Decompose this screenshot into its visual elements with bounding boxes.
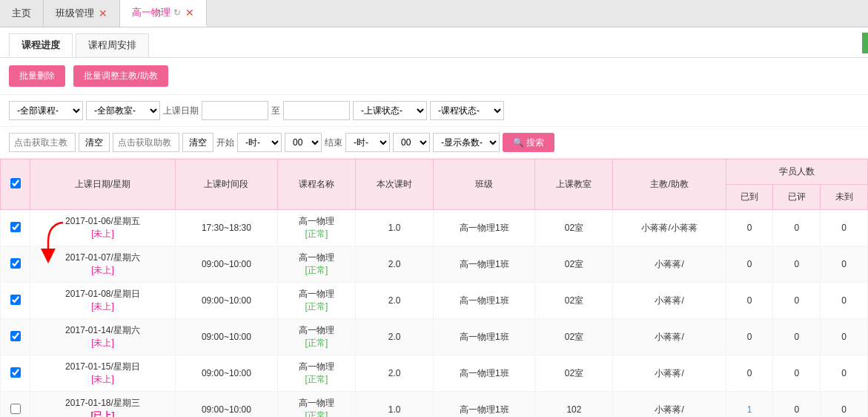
main-teacher-clear-button[interactable]: 清空 xyxy=(79,133,110,152)
row-arrived: 0 xyxy=(726,246,773,283)
course-name-text: 高一物理 xyxy=(282,252,351,264)
course-status-filter[interactable]: -课程状态- xyxy=(430,101,504,120)
tab-physics-refresh[interactable]: ↻ xyxy=(173,7,181,18)
row-date: 2017-01-18/星期三[已上] xyxy=(30,392,176,418)
row-reviewed: 0 xyxy=(773,355,821,392)
tab-home[interactable]: 主页 xyxy=(0,0,44,27)
row-not-arrived: 0 xyxy=(821,319,868,355)
row-select-checkbox[interactable] xyxy=(10,331,21,341)
row-hours: 1.0 xyxy=(356,392,434,418)
row-time: 17:30~18:30 xyxy=(175,210,277,246)
row-select-checkbox[interactable] xyxy=(10,258,21,269)
table-row: 2017-01-07/星期六[未上]09:00~10:00高一物理[正常]2.0… xyxy=(1,246,868,283)
start-hour-select[interactable]: -时- xyxy=(237,133,282,152)
tab-physics[interactable]: 高一物理 ↻ ✕ xyxy=(120,0,207,27)
date-value: 2017-01-08/星期日 xyxy=(35,288,170,301)
end-label: 结束 xyxy=(325,137,342,149)
assistant-clear-button[interactable]: 清空 xyxy=(182,133,213,152)
table-row: 2017-01-15/星期日[未上]09:00~10:00高一物理[正常]2.0… xyxy=(1,355,868,392)
row-status: [未上] xyxy=(35,337,170,349)
sub-tab-weekly[interactable]: 课程周安排 xyxy=(76,33,149,57)
start-min-select[interactable]: 00153045 xyxy=(285,133,322,152)
course-status: [正常] xyxy=(282,228,351,240)
table-row: 2017-01-06/星期五[未上]17:30~18:30高一物理[正常]1.0… xyxy=(1,210,868,246)
row-reviewed: 0 xyxy=(773,392,821,418)
row-select-checkbox[interactable] xyxy=(10,404,21,414)
row-checkbox-cell xyxy=(1,246,30,283)
date-value: 2017-01-06/星期五 xyxy=(35,215,170,228)
tab-class-manage-close[interactable]: ✕ xyxy=(99,7,107,19)
end-hour-select[interactable]: -时- xyxy=(345,133,390,152)
date-value: 2017-01-14/星期六 xyxy=(35,324,170,337)
course-status: [正常] xyxy=(282,337,351,349)
batch-adjust-button[interactable]: 批量调整主教/助教 xyxy=(73,65,168,87)
row-room: 02室 xyxy=(535,210,613,246)
row-not-arrived: 0 xyxy=(821,392,868,418)
row-checkbox-cell xyxy=(1,283,30,319)
row-teacher: 小蒋蒋/ xyxy=(613,355,726,392)
row-reviewed: 0 xyxy=(773,319,821,355)
row-course-name: 高一物理[正常] xyxy=(277,210,355,246)
row-status: [已上] xyxy=(35,410,170,417)
course-filter[interactable]: -全部课程- xyxy=(9,101,83,120)
th-not-arrived: 未到 xyxy=(821,185,868,210)
row-class: 高一物理1班 xyxy=(434,392,535,418)
row-not-arrived: 0 xyxy=(821,246,868,283)
select-all-checkbox[interactable] xyxy=(10,178,21,188)
row-time: 09:00~10:00 xyxy=(175,319,277,355)
date-end-input[interactable] xyxy=(283,101,350,120)
course-status: [正常] xyxy=(282,410,351,417)
row-course-name: 高一物理[正常] xyxy=(277,355,355,392)
search-icon: 🔍 xyxy=(513,137,524,148)
row-room: 02室 xyxy=(535,283,613,319)
row-select-checkbox[interactable] xyxy=(10,295,21,305)
start-label: 开始 xyxy=(216,137,234,149)
row-class: 高一物理1班 xyxy=(434,355,535,392)
classroom-filter[interactable]: -全部教室- xyxy=(86,101,160,120)
row-not-arrived: 0 xyxy=(821,283,868,319)
tab-bar: 主页 班级管理 ✕ 高一物理 ↻ ✕ xyxy=(0,0,868,27)
row-room: 102 xyxy=(535,392,613,418)
date-start-input[interactable] xyxy=(202,101,268,120)
row-hours: 1.0 xyxy=(356,210,434,246)
tab-physics-close[interactable]: ✕ xyxy=(185,7,194,19)
th-hours: 本次课时 xyxy=(356,160,434,210)
row-teacher: 小蒋蒋/ xyxy=(613,246,726,283)
batch-delete-button[interactable]: 批量删除 xyxy=(9,65,65,87)
row-course-name: 高一物理[正常] xyxy=(277,392,355,418)
end-min-select[interactable]: 00153045 xyxy=(393,133,430,152)
course-name-text: 高一物理 xyxy=(282,361,351,373)
table-row: 2017-01-08/星期日[未上]09:00~10:00高一物理[正常]2.0… xyxy=(1,283,868,319)
lesson-status-filter[interactable]: -上课状态- xyxy=(353,101,427,120)
row-hours: 2.0 xyxy=(356,319,434,355)
row-select-checkbox[interactable] xyxy=(10,222,21,232)
tab-class-manage[interactable]: 班级管理 ✕ xyxy=(44,0,120,27)
row-teacher: 小蒋蒋/ xyxy=(613,392,726,418)
row-checkbox-cell: 已考勤 xyxy=(1,392,30,418)
row-room: 02室 xyxy=(535,246,613,283)
course-status: [正常] xyxy=(282,301,351,313)
date-value: 2017-01-07/星期六 xyxy=(35,252,170,264)
row-select-checkbox[interactable] xyxy=(10,367,21,378)
search-button[interactable]: 🔍 搜索 xyxy=(503,133,554,152)
course-name-text: 高一物理 xyxy=(282,324,351,337)
th-arrived: 已到 xyxy=(726,185,773,210)
main-teacher-input[interactable] xyxy=(9,133,76,152)
row-time: 09:00~10:00 xyxy=(175,283,277,319)
row-status: [未上] xyxy=(35,301,170,313)
row-checkbox-cell xyxy=(1,319,30,355)
sub-tab-progress[interactable]: 课程进度 xyxy=(9,33,73,57)
row-course-name: 高一物理[正常] xyxy=(277,246,355,283)
row-not-arrived: 0 xyxy=(821,355,868,392)
table-row: 2017-01-14/星期六[未上]09:00~10:00高一物理[正常]2.0… xyxy=(1,319,868,355)
row-date: 2017-01-08/星期日[未上] xyxy=(30,283,176,319)
row-course-name: 高一物理[正常] xyxy=(277,283,355,319)
course-name-text: 高一物理 xyxy=(282,288,351,301)
row-reviewed: 0 xyxy=(773,210,821,246)
assistant-input[interactable] xyxy=(113,133,179,152)
course-status: [正常] xyxy=(282,373,351,386)
display-count-select[interactable]: -显示条数- xyxy=(433,133,500,152)
table-row: 已考勤2017-01-18/星期三[已上]09:00~10:00高一物理[正常]… xyxy=(1,392,868,418)
row-hours: 2.0 xyxy=(356,246,434,283)
row-date: 2017-01-06/星期五[未上] xyxy=(30,210,176,246)
